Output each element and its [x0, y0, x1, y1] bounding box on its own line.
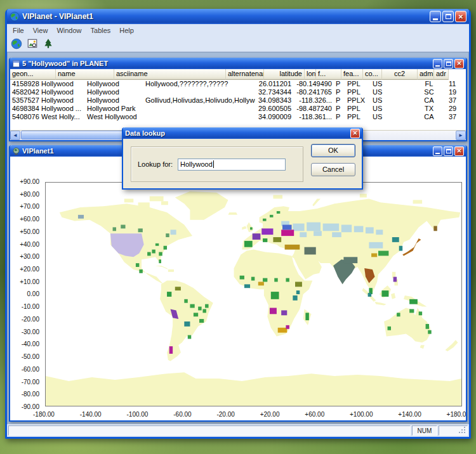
cell-admin1: CA: [411, 113, 447, 121]
dialog-close-button[interactable]: ✕: [350, 129, 360, 138]
y-tick-label: -30.00: [22, 328, 39, 335]
table-row[interactable]: 4158928 Hollywood Hollywood Hollywood,??…: [10, 80, 466, 88]
y-tick-label: -80.00: [22, 391, 39, 398]
x-tick-label: -100.00: [127, 411, 149, 418]
maximize-icon: [446, 14, 451, 19]
menu-item[interactable]: Window: [52, 25, 86, 36]
status-bar: NUM: [7, 424, 469, 437]
status-message-pane: [8, 425, 411, 436]
menu-item[interactable]: Help: [115, 25, 138, 36]
column-header[interactable]: fea...: [341, 69, 363, 80]
cell-admin1: FL: [411, 80, 447, 88]
table-row[interactable]: 5408076 West Holly... West Hollywood 34.…: [10, 113, 466, 121]
x-tick-label: +140.00: [398, 411, 421, 418]
x-tick-label: -20.00: [216, 411, 234, 418]
x-axis-labels: -180.00-140.00-100.00-60.00-20.00+20.00+…: [33, 411, 466, 418]
y-tick-label: +20.00: [20, 266, 39, 273]
data-lookup-dialog: Data lookup ✕ Lookup for: Hollywood: [122, 127, 363, 190]
lookup-input[interactable]: Hollywood: [178, 159, 286, 171]
cancel-button[interactable]: Cancel: [311, 163, 355, 176]
maximize-button[interactable]: [442, 11, 454, 22]
ok-button[interactable]: OK: [311, 144, 355, 157]
y-tick-label: -40.00: [22, 340, 39, 347]
map-window-title: VIPlanet1: [22, 147, 54, 155]
dialog-body: Lookup for: Hollywood OK Cancel: [123, 139, 362, 188]
cell-adr: 37: [447, 113, 463, 121]
menu-item[interactable]: View: [29, 25, 53, 36]
cell-asciiname: Hollywood: [85, 80, 143, 88]
cell-latitude: 29.600505: [255, 105, 293, 113]
lookup-group: Lookup for: Hollywood: [131, 146, 303, 182]
table-close-button[interactable]: ✕: [454, 59, 464, 68]
cell-fclass: P: [334, 96, 345, 105]
table-row[interactable]: 4582042 Hollywood Hollywood 32.734344 -8…: [10, 88, 466, 96]
map-maximize-button[interactable]: [444, 146, 453, 156]
preview-toolbar-button[interactable]: [25, 37, 39, 51]
x-tick-label: +60.00: [305, 411, 324, 418]
cell-cc2: [392, 88, 411, 96]
cell-country: US: [371, 105, 392, 113]
cell-longitude: -80.241765: [293, 88, 334, 96]
cell-name: West Holly...: [39, 113, 85, 121]
cell-admin1: CA: [411, 96, 447, 105]
column-header[interactable]: co...: [363, 69, 382, 80]
resize-grip-icon[interactable]: [459, 427, 466, 434]
scroll-right-button[interactable]: ►: [456, 131, 466, 140]
cell-cc2: [392, 105, 411, 113]
table-row[interactable]: 5357527 Hollywood Hollywood Gollivud,Hol…: [10, 96, 466, 105]
menu-item[interactable]: Tables: [86, 25, 116, 36]
cell-country: US: [371, 96, 392, 105]
table-maximize-button[interactable]: [444, 59, 453, 68]
cell-country: US: [371, 80, 392, 88]
dialog-titlebar[interactable]: Data lookup ✕: [123, 127, 362, 139]
column-header[interactable]: geon...: [10, 69, 56, 80]
x-tick-label: -60.00: [173, 411, 191, 418]
column-header[interactable]: name: [56, 69, 114, 80]
y-tick-label: -20.00: [22, 316, 39, 323]
menu-item[interactable]: File: [8, 25, 29, 36]
column-header[interactable]: asciiname: [114, 69, 226, 80]
minimize-icon: [435, 153, 440, 154]
table-minimize-button[interactable]: [433, 59, 442, 68]
minimize-button[interactable]: [430, 11, 441, 22]
y-tick-label: +80.00: [20, 191, 39, 198]
map-minimize-button[interactable]: [433, 146, 442, 156]
globe-icon: [11, 38, 22, 49]
scrollbar-thumb[interactable]: [21, 131, 129, 139]
toolbar: [7, 36, 469, 52]
cell-latitude: 34.098343: [255, 96, 293, 105]
cell-adr: 11: [447, 80, 463, 88]
close-button[interactable]: ✕: [455, 11, 466, 22]
cell-geonameid: 4582042: [10, 88, 39, 96]
cell-alternatenames: [143, 113, 255, 121]
y-tick-label: +40.00: [20, 241, 39, 248]
cell-adr: 37: [447, 96, 463, 105]
scroll-left-button[interactable]: ◄: [10, 131, 20, 140]
column-header[interactable]: admi...: [418, 69, 434, 80]
cell-asciiname: West Hollywood: [85, 113, 143, 121]
main-window-title: VIPlanet - VIPlanet1: [22, 12, 93, 21]
column-header[interactable]: longitude: [305, 69, 316, 80]
globe-toolbar-button[interactable]: [10, 37, 23, 51]
x-tick-label: -180.00: [33, 411, 55, 418]
map-close-button[interactable]: ✕: [454, 146, 464, 156]
column-header[interactable]: adr: [434, 69, 449, 80]
tree-toolbar-button[interactable]: [41, 37, 55, 51]
y-tick-label: 0.00: [27, 290, 39, 297]
world-map[interactable]: [46, 183, 461, 406]
tree-icon: [43, 38, 54, 49]
table-row[interactable]: 4698384 Hollywood ... Hollywood Park 29.…: [10, 105, 466, 113]
map-plot-frame: [45, 182, 462, 406]
column-header[interactable]: cc2: [382, 69, 418, 80]
cell-cc2: [392, 96, 411, 105]
y-tick-label: -60.00: [22, 366, 39, 373]
close-icon: ✕: [458, 13, 463, 20]
column-header[interactable]: latitude: [264, 69, 305, 80]
x-tick-label: -140.00: [80, 411, 102, 418]
column-header[interactable]: alternatenames: [226, 69, 264, 80]
main-titlebar[interactable]: VIPlanet - VIPlanet1 ✕: [7, 9, 469, 24]
column-header[interactable]: f...: [316, 69, 341, 80]
table-window-titlebar[interactable]: 5 "Hollywood" in PLANET ✕: [10, 58, 466, 69]
cell-alternatenames: [143, 105, 255, 113]
dialog-title: Data lookup: [125, 129, 165, 137]
